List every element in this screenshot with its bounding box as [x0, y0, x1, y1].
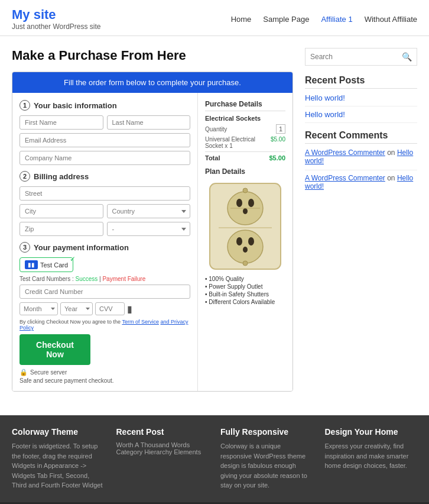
site-title: My site [12, 7, 101, 22]
form-left: 1 Your basic information [12, 93, 198, 391]
cc-input[interactable] [20, 285, 190, 299]
month-select[interactable]: Month [20, 302, 58, 315]
country-select[interactable]: Country [107, 204, 191, 218]
email-row [20, 133, 190, 147]
checkout-button[interactable]: Checkout Now [20, 334, 90, 365]
content-area: Make a Purchase From Here Fill the order… [12, 48, 293, 392]
first-name-input[interactable] [20, 115, 103, 130]
qty-value: 1 [276, 124, 285, 134]
order-form-header: Fill the order form below to complete yo… [12, 72, 292, 93]
footer-dark: Colorway Theme Footer is widgetized. To … [0, 415, 429, 502]
zip-row: - [20, 222, 190, 236]
footer-col2-link1[interactable]: Worth A Thousand Words [116, 441, 209, 448]
safe-text: Safe and secure payment checkout. [20, 377, 190, 384]
zip-input[interactable] [20, 222, 103, 236]
plan-features: • 100% Quality • Power Supply Outlet • B… [205, 276, 285, 305]
site-header: My site Just another WordPress site Home… [0, 0, 429, 36]
footer-col-2: Recent Post Worth A Thousand Words Categ… [116, 427, 209, 490]
svg-point-9 [243, 247, 248, 253]
svg-point-3 [248, 199, 254, 207]
card-icon: ▮▮ [25, 260, 38, 269]
email-input[interactable] [20, 133, 190, 147]
svg-point-12 [243, 261, 248, 266]
plan-title: Plan Details [205, 167, 285, 176]
city-country-row: Country [20, 204, 190, 218]
footer-col-4: Design Your Home Express your creativity… [325, 427, 418, 490]
divider-3 [305, 170, 417, 170]
nav-affiliate1[interactable]: Affiliate 1 [321, 15, 352, 24]
comment-author-1[interactable]: A WordPress Commenter [305, 148, 385, 157]
total-label: Total [205, 154, 220, 161]
main-wrapper: Make a Purchase From Here Fill the order… [0, 36, 429, 403]
test-card-text: Test Card Numbers : Success | Payment Fa… [20, 276, 190, 282]
socket-image [207, 180, 284, 272]
total-value: $5.00 [269, 154, 285, 161]
footer-col3-title: Fully Responsive [220, 427, 313, 437]
post-link-1[interactable]: Hello world! [305, 93, 417, 102]
nav-home[interactable]: Home [231, 15, 252, 24]
site-tagline: Just another WordPress site [12, 22, 101, 31]
secure-row: 🔒 Secure server [20, 369, 190, 376]
order-form-container: Fill the order form below to complete yo… [12, 72, 293, 392]
tos-text: By clicking Checkout Now you agree to th… [20, 319, 190, 331]
svg-point-2 [236, 199, 242, 207]
purchase-title: Purchase Details [205, 100, 285, 111]
state-select[interactable]: - [107, 222, 191, 236]
svg-point-4 [243, 208, 248, 214]
cvv-input[interactable] [95, 302, 125, 315]
card-badge: ▮▮ Test Card ✓ [20, 257, 73, 272]
feature-3: • Built-in Safety Shutters [205, 291, 285, 298]
page-title: Make a Purchase From Here [12, 48, 293, 63]
year-select[interactable]: Year [60, 302, 93, 315]
footer-col1-title: Colorway Theme [12, 427, 105, 437]
nav-sample-page[interactable]: Sample Page [263, 15, 309, 24]
section1-label: Your basic information [34, 101, 117, 110]
recent-posts-title: Recent Posts [305, 75, 417, 89]
comment-author-2[interactable]: A WordPress Commenter [305, 174, 385, 182]
svg-point-7 [236, 237, 242, 245]
comment-on-2: on [387, 174, 395, 182]
svg-point-8 [248, 237, 254, 245]
card-check-icon: ✓ [70, 255, 76, 263]
failure-link[interactable]: Payment Failure [102, 276, 145, 282]
recent-comments-title: Recent Comments [305, 130, 417, 144]
section2-label: Billing address [34, 172, 89, 181]
feature-1: • 100% Quality [205, 276, 285, 282]
divider-1 [305, 106, 417, 106]
site-branding: My site Just another WordPress site [12, 7, 101, 31]
section1-num: 1 [20, 100, 30, 111]
section3-title: 3 Your payment information [20, 242, 190, 253]
product-detail: Universal Electrical Socket x 1 [205, 136, 258, 149]
product-price-row: Universal Electrical Socket x 1 $5.00 [205, 136, 285, 149]
footer-col4-text: Express your creativity, find inspiratio… [325, 441, 418, 471]
street-input[interactable] [20, 186, 190, 201]
payment-section: 3 Your payment information ▮▮ Test Card … [20, 242, 190, 315]
city-input[interactable] [20, 204, 103, 218]
footer-col2-link2[interactable]: Category Hierarchy Elements [116, 448, 209, 455]
search-icon[interactable]: 🔍 [402, 52, 412, 62]
section3-num: 3 [20, 242, 30, 253]
comment-on-1: on [387, 148, 395, 157]
section2-num: 2 [20, 171, 30, 182]
sidebar: 🔍 Recent Posts Hello world! Hello world!… [305, 48, 417, 392]
lock-icon: 🔒 [20, 369, 28, 376]
footer-col-3: Fully Responsive Colorway is a unique re… [220, 427, 313, 490]
total-row: Total $5.00 [205, 151, 285, 161]
feature-2: • Power Supply Outlet [205, 283, 285, 290]
svg-point-11 [243, 188, 248, 193]
card-type-icon: ▮ [127, 303, 132, 315]
product-name: Electrical Sockets [205, 115, 285, 122]
post-link-2[interactable]: Hello world! [305, 110, 417, 119]
cc-row [20, 285, 190, 299]
qty-row: Quantity 1 [205, 124, 285, 134]
search-input[interactable] [310, 53, 402, 61]
search-box[interactable]: 🔍 [305, 48, 417, 66]
last-name-input[interactable] [107, 115, 191, 130]
tos-link[interactable]: Term of Service [122, 319, 159, 325]
company-row [20, 151, 190, 165]
comment-1: A WordPress Commenter on Hello world! [305, 148, 417, 165]
footer-col1-text: Footer is widgetized. To setup the foote… [12, 441, 105, 490]
company-input[interactable] [20, 151, 190, 165]
success-link[interactable]: Success [75, 276, 98, 282]
nav-without-affiliate[interactable]: Without Affiliate [365, 15, 417, 24]
